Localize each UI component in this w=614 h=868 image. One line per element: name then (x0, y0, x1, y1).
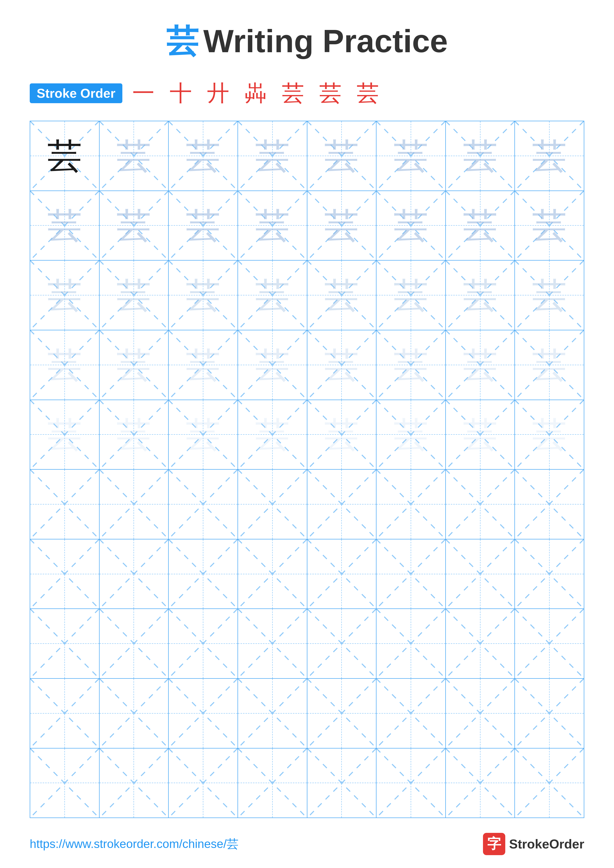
grid-cell: 芸 (376, 330, 446, 400)
svg-line-106 (376, 539, 445, 609)
grid-cell: 芸 (30, 121, 99, 191)
svg-line-100 (169, 539, 238, 609)
svg-line-121 (307, 609, 376, 678)
grid-cell (376, 470, 446, 539)
practice-char: 芸 (532, 348, 567, 382)
grid-cell (376, 679, 446, 748)
svg-line-88 (307, 470, 376, 539)
svg-line-111 (515, 539, 584, 609)
grid-cell (99, 470, 169, 539)
grid-cell: 芸 (307, 330, 377, 400)
grid-cell: 芸 (169, 400, 238, 470)
grid-cell (446, 609, 515, 678)
grid-cell: 芸 (446, 400, 515, 470)
svg-line-130 (99, 679, 168, 748)
practice-char: 芸 (393, 417, 428, 452)
svg-line-87 (238, 470, 307, 539)
svg-line-134 (238, 679, 307, 748)
svg-line-123 (376, 609, 445, 678)
grid-cell: 芸 (99, 260, 169, 330)
svg-line-143 (515, 679, 584, 748)
grid-cell (238, 679, 307, 748)
svg-line-158 (515, 749, 584, 818)
practice-char: 芸 (117, 278, 151, 313)
stroke-order-badge: Stroke Order (30, 84, 122, 103)
svg-line-146 (99, 749, 168, 818)
svg-line-120 (307, 609, 376, 678)
practice-char: 芸 (393, 348, 428, 382)
grid-cell (30, 470, 99, 539)
svg-line-139 (376, 679, 445, 748)
svg-line-140 (446, 679, 515, 748)
svg-line-151 (238, 749, 307, 818)
practice-char: 芸 (47, 139, 82, 173)
grid-cell: 芸 (446, 330, 515, 400)
grid-cell (376, 539, 446, 609)
grid-cell (99, 609, 169, 678)
grid-cell: 芸 (307, 121, 377, 191)
grid-cell: 芸 (30, 260, 99, 330)
grid-cell: 芸 (30, 400, 99, 470)
grid-cell (515, 749, 584, 818)
grid-row (30, 470, 584, 539)
svg-line-114 (99, 609, 168, 678)
grid-cell: 芸 (446, 260, 515, 330)
svg-line-138 (376, 679, 445, 748)
grid-cell (446, 539, 515, 609)
grid-cell: 芸 (99, 330, 169, 400)
practice-char: 芸 (463, 139, 497, 173)
stroke-order-row: Stroke Order 一 十 廾 芔 芸 芸 芸 (30, 78, 584, 108)
grid-cell: 芸 (238, 121, 307, 191)
grid-row (30, 609, 584, 679)
svg-line-132 (169, 679, 238, 748)
grid-cell: 芸 (307, 191, 377, 260)
svg-line-103 (238, 539, 307, 609)
svg-line-80 (30, 470, 99, 539)
grid-cell (30, 539, 99, 609)
svg-line-115 (99, 609, 168, 678)
svg-line-98 (99, 539, 168, 609)
svg-line-90 (376, 470, 445, 539)
grid-cell (238, 609, 307, 678)
grid-cell (99, 749, 169, 818)
svg-line-142 (515, 679, 584, 748)
svg-line-150 (238, 749, 307, 818)
grid-cell (169, 470, 238, 539)
svg-line-154 (376, 749, 445, 818)
practice-char: 芸 (117, 348, 151, 382)
svg-line-105 (307, 539, 376, 609)
svg-line-159 (515, 749, 584, 818)
svg-line-156 (446, 749, 515, 818)
practice-char: 芸 (255, 208, 290, 243)
svg-line-110 (515, 539, 584, 609)
svg-line-135 (238, 679, 307, 748)
practice-char: 芸 (47, 417, 82, 452)
grid-row: 芸芸芸芸芸芸芸芸 (30, 330, 584, 400)
footer-logo-icon: 字 (483, 833, 505, 855)
svg-line-109 (446, 539, 515, 609)
svg-line-118 (238, 609, 307, 678)
grid-cell: 芸 (169, 330, 238, 400)
grid-row: 芸芸芸芸芸芸芸芸 (30, 121, 584, 191)
grid-cell: 芸 (376, 400, 446, 470)
grid-cell (307, 609, 377, 678)
svg-line-145 (30, 749, 99, 818)
grid-cell (515, 679, 584, 748)
grid-cell: 芸 (30, 191, 99, 260)
practice-char: 芸 (186, 139, 221, 173)
practice-char: 芸 (463, 208, 497, 243)
practice-grid: 芸芸芸芸芸芸芸芸芸芸芸芸芸芸芸芸芸芸芸芸芸芸芸芸芸芸芸芸芸芸芸芸芸芸芸芸芸芸芸芸 (30, 121, 584, 818)
svg-line-101 (169, 539, 238, 609)
grid-cell: 芸 (99, 400, 169, 470)
footer-url[interactable]: https://www.strokeorder.com/chinese/芸 (30, 836, 238, 852)
practice-char: 芸 (532, 208, 567, 243)
grid-row: 芸芸芸芸芸芸芸芸 (30, 400, 584, 470)
svg-line-152 (307, 749, 376, 818)
grid-cell (169, 609, 238, 678)
svg-line-122 (376, 609, 445, 678)
grid-cell (238, 539, 307, 609)
grid-cell (99, 679, 169, 748)
grid-cell (99, 539, 169, 609)
practice-char: 芸 (532, 139, 567, 173)
practice-char: 芸 (47, 278, 82, 313)
